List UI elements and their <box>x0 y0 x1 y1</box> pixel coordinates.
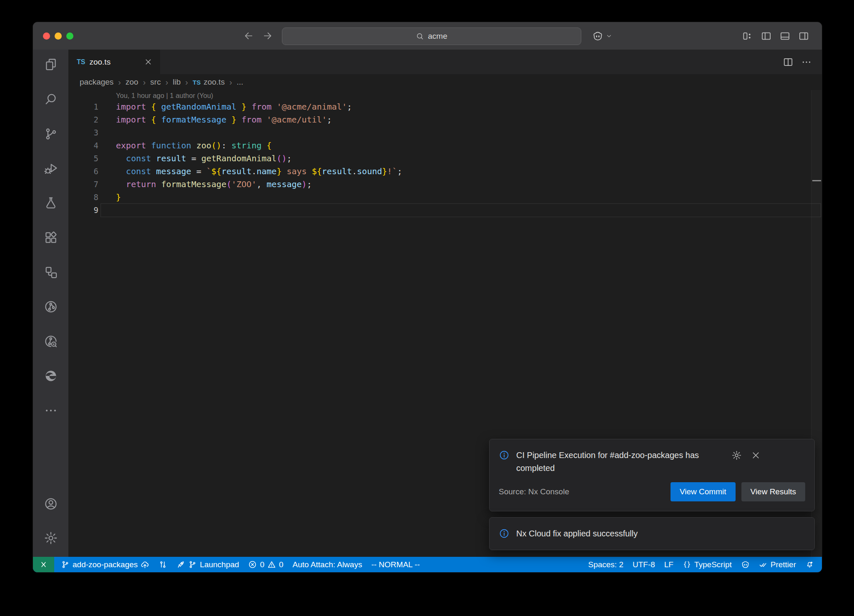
tab-label: zoo.ts <box>89 58 111 67</box>
bell-dot-icon <box>805 560 814 569</box>
view-results-button[interactable]: View Results <box>741 482 805 501</box>
layout-panel-icon[interactable] <box>779 30 791 42</box>
code-line-5[interactable]: 5 const result = getRandomAnimal(); <box>68 152 822 165</box>
testing-icon[interactable] <box>44 196 58 210</box>
code-line-4[interactable]: 4export function zoo(): string { <box>68 139 822 152</box>
gear-icon[interactable] <box>731 450 742 461</box>
layout-sidebar-left-icon[interactable] <box>761 30 772 42</box>
status-notifications-bell[interactable] <box>801 557 819 572</box>
breadcrumb-separator: › <box>118 78 121 87</box>
code-text: return formatMessage('ZOO', message); <box>116 179 312 189</box>
search-icon <box>416 32 424 40</box>
line-number: 3 <box>68 128 98 137</box>
code-text: import { getRandomAnimal } from '@acme/a… <box>116 102 352 112</box>
breadcrumb-label: packages <box>80 78 113 87</box>
history-nav <box>243 22 273 50</box>
toast-footer: Source: Nx ConsoleView CommitView Result… <box>499 482 805 501</box>
status-bar-right: Spaces: 2UTF-8LFTypeScriptPrettier <box>583 557 822 572</box>
copilot-icon <box>741 560 750 569</box>
breadcrumb-separator: › <box>166 78 168 87</box>
source-control-icon[interactable] <box>44 127 58 141</box>
ci-pipeline-toast: CI Pipeline Execution for #add-zoo-packa… <box>489 439 815 511</box>
code-line-1[interactable]: 1import { getRandomAnimal } from '@acme/… <box>68 100 822 113</box>
editor-actions <box>783 50 812 74</box>
status-auto-attach[interactable]: Auto Attach: Always <box>288 557 367 572</box>
double-check-icon <box>759 560 768 569</box>
code-line-3[interactable]: 3 <box>68 126 822 139</box>
view-commit-button[interactable]: View Commit <box>671 482 736 501</box>
status-vim-mode[interactable]: -- NORMAL -- <box>367 557 424 572</box>
braces-icon <box>683 560 691 569</box>
tab-zoo-ts[interactable]: TS zoo.ts <box>68 50 160 74</box>
rocket-icon <box>176 560 185 569</box>
close-icon[interactable] <box>751 450 761 461</box>
status-encoding[interactable]: UTF-8 <box>628 557 660 572</box>
breadcrumb-item--[interactable]: ... <box>237 78 244 87</box>
breadcrumb-item-lib[interactable]: lib <box>173 78 181 87</box>
minimize-window-button[interactable] <box>55 33 62 40</box>
breadcrumb-separator: › <box>229 78 232 87</box>
forward-icon[interactable] <box>262 30 273 41</box>
split-editor-icon[interactable] <box>783 57 794 68</box>
edge-tools-icon[interactable] <box>44 369 58 383</box>
status-problems-label: 0 <box>260 560 264 569</box>
status-eol-label: LF <box>664 560 673 569</box>
search-icon[interactable] <box>44 92 58 106</box>
status-commit-graph[interactable] <box>154 557 172 572</box>
status-problems[interactable]: 00 <box>244 557 288 572</box>
breadcrumb-item-packages[interactable]: packages <box>80 78 113 87</box>
line-number: 6 <box>68 167 98 176</box>
commit-graph-icon <box>158 560 167 569</box>
layout-controls <box>742 22 809 50</box>
code-line-8[interactable]: 8} <box>68 190 822 203</box>
status-git-branch[interactable]: add-zoo-packages <box>56 557 154 572</box>
status-copilot-status[interactable] <box>736 557 754 572</box>
toast-actions <box>731 450 761 461</box>
zoom-window-button[interactable] <box>66 33 73 40</box>
line-number: 4 <box>68 141 98 150</box>
error-icon <box>248 560 257 569</box>
code-line-7[interactable]: 7 return formatMessage('ZOO', message); <box>68 178 822 190</box>
status-problems-label: 0 <box>279 560 284 569</box>
status-formatter-prettier[interactable]: Prettier <box>754 557 801 572</box>
tab-close-icon[interactable] <box>144 58 153 66</box>
status-launchpad[interactable]: Launchpad <box>172 557 244 572</box>
status-indentation[interactable]: Spaces: 2 <box>583 557 628 572</box>
extensions-icon[interactable] <box>44 230 58 245</box>
code-text: const message = `${result.name} says ${r… <box>116 166 402 176</box>
nx-console-icon[interactable] <box>44 265 58 279</box>
code-lines: 1import { getRandomAnimal } from '@acme/… <box>68 100 822 216</box>
breadcrumb-item-zoo[interactable]: zoo <box>126 78 138 87</box>
gitlens-icon[interactable] <box>44 334 58 348</box>
vscode-window: acme TS zoo.ts <box>33 22 822 573</box>
breadcrumb-item-src[interactable]: src <box>150 78 161 87</box>
accounts-icon[interactable] <box>44 497 58 511</box>
traffic-lights <box>43 33 73 40</box>
scrollbar-thumb[interactable] <box>812 180 821 181</box>
more-views-icon[interactable] <box>44 403 58 418</box>
back-icon[interactable] <box>243 30 254 41</box>
command-center-search[interactable]: acme <box>282 28 581 45</box>
code-line-6[interactable]: 6 const message = `${result.name} says $… <box>68 165 822 178</box>
layout-customize-icon[interactable] <box>742 30 753 42</box>
close-window-button[interactable] <box>43 33 50 40</box>
breadcrumb-separator: › <box>185 78 188 87</box>
status-language-mode[interactable]: TypeScript <box>678 557 736 572</box>
search-text: acme <box>428 32 447 41</box>
explorer-icon[interactable] <box>44 58 58 72</box>
nx-cloud-toast: Nx Cloud fix applied successfully <box>489 517 815 550</box>
current-line-highlight <box>100 203 821 217</box>
run-debug-icon[interactable] <box>44 161 58 175</box>
status-vim-mode-label: -- NORMAL -- <box>371 560 419 569</box>
git-graph-icon[interactable] <box>44 300 58 314</box>
status-remote-indicator[interactable] <box>33 557 54 572</box>
layout-sidebar-right-icon[interactable] <box>798 30 809 42</box>
settings-icon[interactable] <box>44 531 58 545</box>
status-eol[interactable]: LF <box>660 557 678 572</box>
code-line-2[interactable]: 2import { formatMessage } from '@acme/ut… <box>68 113 822 126</box>
breadcrumb-item-zoo-ts[interactable]: TSzoo.ts <box>193 78 225 87</box>
copilot-menu[interactable] <box>592 22 613 50</box>
breadcrumb-label: zoo <box>126 78 138 87</box>
status-bar: add-zoo-packagesLaunchpad00Auto Attach: … <box>33 557 822 572</box>
more-views-icon[interactable] <box>801 57 812 68</box>
